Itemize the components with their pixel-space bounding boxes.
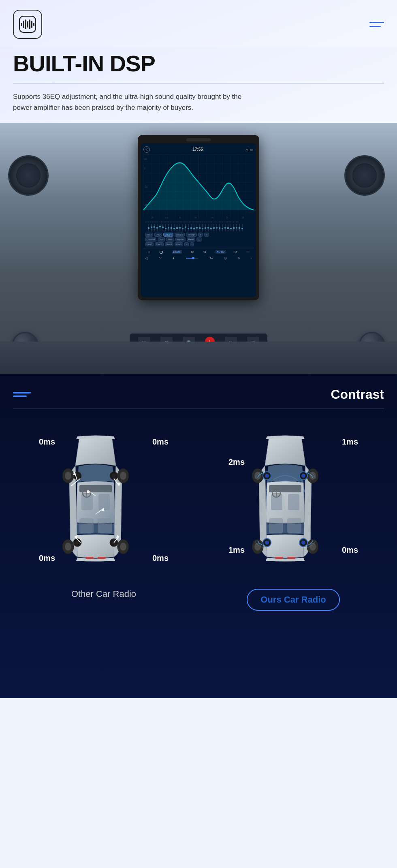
svg-rect-82 [224,227,226,229]
nav-dual[interactable]: DUAL [172,250,182,254]
user-remove[interactable]: - [190,242,194,246]
svg-text:20: 20 [151,216,153,218]
svg-point-99 [120,543,126,551]
svg-rect-122 [85,557,94,559]
car-interior: ◁ 17:55 △ ▭ [0,123,397,374]
svg-rect-83 [227,227,229,229]
preset-uuu[interactable]: UUU [154,233,162,237]
svg-rect-103 [98,518,112,533]
vent-left [8,155,53,204]
user3[interactable]: User3 [165,242,173,246]
our-car-illustration [245,433,342,571]
svg-text:20: 20 [144,157,147,160]
eq-user-buttons: User1 User2 User3 User5 + - [143,242,254,246]
svg-rect-59 [159,226,161,227]
our-delay-bot-left: 1ms [228,545,245,555]
mode-jazz[interactable]: Jazz [158,237,165,242]
svg-rect-136 [271,494,282,510]
svg-rect-123 [98,557,106,559]
mode-info[interactable]: ⓘ [196,237,202,242]
preset-dolby[interactable]: DOLBY [163,233,173,237]
screen-back-button[interactable]: ◁ [143,146,150,153]
svg-text:-40: -40 [144,204,148,207]
svg-rect-61 [165,228,166,229]
svg-rect-86 [236,227,237,229]
screen-status-icons: △ ▭ [245,148,254,152]
mode-reset[interactable]: Reset [187,237,195,242]
svg-text:16: 16 [242,216,244,218]
other-car-svg [55,433,136,563]
cars-comparison: 0ms 0ms 0ms 0ms [13,425,384,611]
svg-rect-1 [21,23,22,26]
preset-cnes[interactable]: cNEs [145,233,153,237]
svg-rect-73 [199,227,201,229]
svg-rect-66 [179,227,181,229]
svg-rect-63 [171,227,172,229]
user1[interactable]: User1 [145,242,154,246]
svg-rect-67 [182,228,184,229]
mode-classical[interactable]: Classical [145,237,156,242]
svg-rect-152 [275,557,283,559]
nav-power[interactable]: ⏻ [159,250,163,254]
svg-point-151 [301,541,305,545]
svg-text:100: 100 [165,216,168,218]
eq-preset-buttons: cNEs UUU DOLBY SRS(⊙) Through ≋ ⊙ [143,233,254,237]
menu-button[interactable] [369,22,384,27]
svg-rect-139 [287,518,301,533]
nav-snow[interactable]: ❄ [191,250,194,254]
svg-text:30: 30 [226,216,228,218]
other-delay-bot-left: 0ms [39,554,55,563]
svg-point-111 [112,474,116,478]
preset-srs[interactable]: SRS(⊙) [175,233,185,237]
user2[interactable]: User2 [155,242,163,246]
svg-rect-80 [219,227,220,229]
mode-popular[interactable]: Popular [175,237,186,242]
svg-point-91 [192,257,194,259]
nav-ac[interactable]: ⟳ [235,250,238,254]
svg-text:5K: 5K [194,216,197,218]
eq-sliders [143,224,254,231]
user-add[interactable]: + [184,242,189,246]
svg-rect-58 [156,227,158,229]
contrast-title: Contrast [331,387,384,402]
preset-extra[interactable]: ≋ [198,233,203,237]
user5[interactable]: User5 [175,242,183,246]
svg-rect-5 [29,19,30,29]
svg-point-97 [120,472,126,480]
svg-text:15K: 15K [210,216,214,218]
screen-top-bar [186,138,211,141]
vent-inner-left [16,163,41,188]
svg-text:1K: 1K [179,216,181,218]
nav-sync[interactable]: ⟲ [203,250,206,254]
our-delay-top-right: 1ms [342,437,358,447]
header [0,0,397,47]
contrast-icon [13,392,31,397]
svg-rect-84 [230,228,232,229]
preset-speaker[interactable]: ⊙ [204,233,209,237]
screen-control-row: ◁ 0 🌡 🌬 ⬡ 0 - [143,256,254,261]
our-car-label-button[interactable]: Ours Car Radio [247,589,339,611]
nav-auto[interactable]: AUTO [216,250,226,254]
other-car-with-labels: 0ms 0ms 0ms 0ms [39,425,169,579]
audio-logo-icon [19,15,36,33]
preset-through[interactable]: Through [186,233,197,237]
svg-rect-70 [190,227,192,229]
svg-rect-79 [216,227,218,229]
svg-point-145 [265,474,269,478]
nav-home[interactable]: ⌂ [148,250,150,254]
svg-rect-69 [188,228,189,229]
vent-inner-right [352,163,377,188]
mode-rock[interactable]: Rock [166,237,174,242]
svg-rect-138 [269,518,283,533]
svg-rect-104 [79,485,112,492]
svg-text:0: 0 [144,167,146,170]
vent-circle-left [8,155,49,196]
svg-rect-101 [98,494,110,510]
our-delay-bot-right: 0ms [342,545,358,555]
svg-rect-71 [193,228,195,229]
other-delay-top-right: 0ms [152,437,169,447]
nav-vol-up[interactable]: + [247,250,249,254]
contrast-header: Contrast [13,387,384,402]
our-car-with-labels: 2ms 1ms 1ms 0ms [228,425,358,579]
eq-freq-dots: 24 26 28 30 32 35 40 45 50 63 80 100 125… [143,221,254,223]
